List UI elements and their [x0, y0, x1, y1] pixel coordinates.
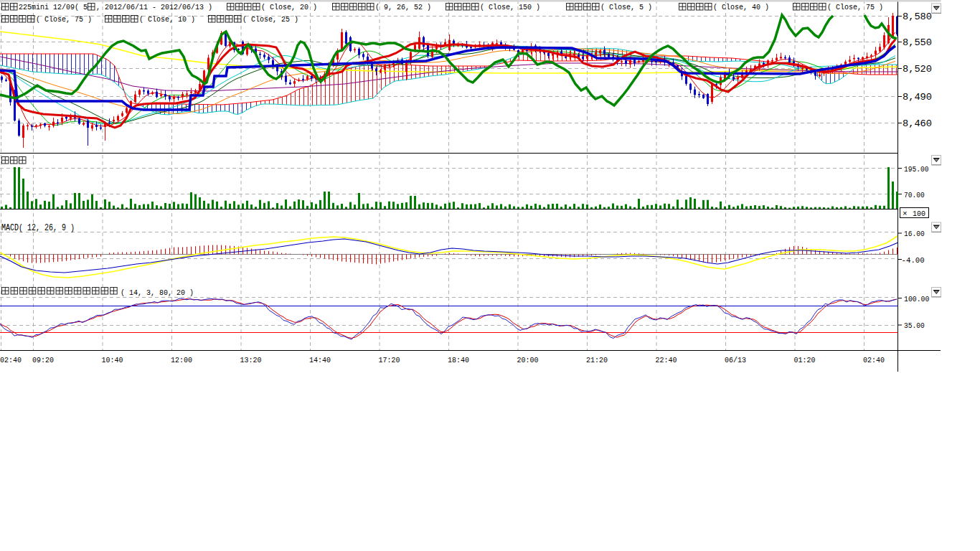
svg-text:100.00: 100.00 [904, 295, 929, 303]
svg-text:100: 100 [913, 209, 925, 218]
svg-text:70.00: 70.00 [904, 191, 925, 199]
svg-text:09:20: 09:20 [32, 356, 54, 364]
svg-text:02:40: 02:40 [0, 356, 22, 364]
svg-text:12:00: 12:00 [171, 356, 192, 364]
svg-text:18:40: 18:40 [448, 356, 469, 364]
svg-text:8,580: 8,580 [903, 11, 932, 22]
svg-text:06/13: 06/13 [725, 356, 746, 364]
svg-text:8,490: 8,490 [903, 92, 932, 103]
svg-text:MACD( 12, 26, 9 ): MACD( 12, 26, 9 ) [1, 223, 75, 233]
svg-text:01:20: 01:20 [794, 356, 816, 364]
svg-text:( Close, 150 ): ( Close, 150 ) [480, 2, 540, 11]
svg-text:21:20: 21:20 [586, 356, 608, 364]
svg-text:, 2012/06/11 - 2012/06/13 ): , 2012/06/11 - 2012/06/13 ) [96, 2, 212, 11]
svg-text:35.00: 35.00 [904, 321, 925, 330]
svg-text:13:20: 13:20 [240, 356, 262, 364]
svg-text:( 9, 26, 52 ): ( 9, 26, 52 ) [375, 2, 431, 11]
svg-text:16.00: 16.00 [904, 230, 925, 238]
svg-text:17:20: 17:20 [379, 356, 400, 364]
svg-text:( Close, 25 ): ( Close, 25 ) [242, 14, 298, 24]
svg-text:( Close, 75 ): ( Close, 75 ) [36, 14, 92, 24]
svg-text:225mini 12/09( 5: 225mini 12/09( 5 [19, 2, 88, 11]
svg-text:×: × [903, 209, 908, 218]
svg-text:20:00: 20:00 [517, 356, 539, 364]
svg-text:( Close, 5 ): ( Close, 5 ) [600, 2, 652, 11]
svg-text:( Close, 20 ): ( Close, 20 ) [261, 2, 317, 11]
svg-text:( 14, 3, 80, 20 ): ( 14, 3, 80, 20 ) [121, 288, 194, 297]
svg-text:02:40: 02:40 [863, 356, 885, 364]
svg-text:22:40: 22:40 [656, 356, 677, 364]
svg-text:( Close, 40 ): ( Close, 40 ) [713, 2, 769, 11]
svg-text:( Close, 10 ): ( Close, 10 ) [139, 14, 195, 24]
svg-text:14:40: 14:40 [309, 356, 331, 364]
svg-text:8,550: 8,550 [903, 37, 932, 48]
svg-text:10:40: 10:40 [102, 356, 123, 364]
svg-text:195.00: 195.00 [904, 165, 929, 174]
svg-text:( Close, 75 ): ( Close, 75 ) [827, 2, 883, 11]
svg-text:8,460: 8,460 [903, 118, 932, 129]
svg-text:8,520: 8,520 [903, 64, 932, 75]
svg-text:-4.00: -4.00 [902, 256, 925, 265]
